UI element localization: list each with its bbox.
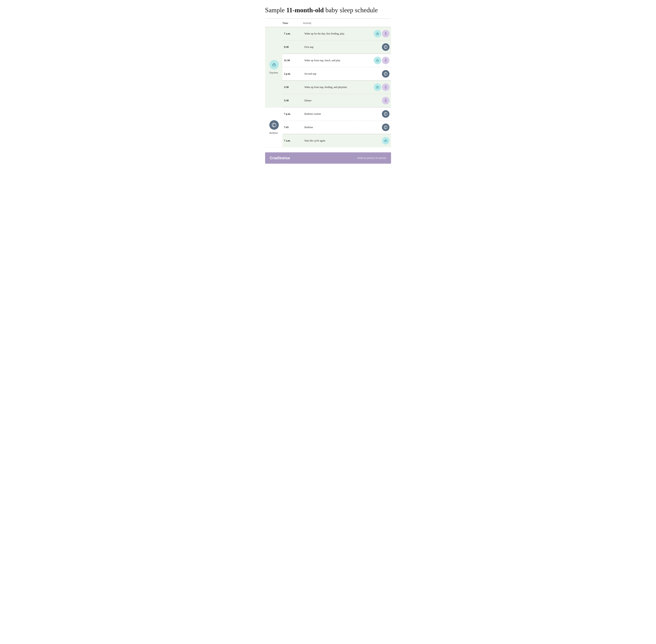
baby-icon	[374, 84, 381, 91]
table-row: 7 a.m.Start the cycle again	[265, 134, 391, 147]
table-row: 3:30Wake up from nap, feeding, and playt…	[265, 80, 391, 94]
moon-icon	[382, 43, 389, 51]
bottle-icon	[382, 97, 389, 104]
header-time: Time	[282, 19, 303, 27]
bedtime-label: Bedtime	[269, 132, 278, 134]
header-icons-col	[371, 19, 391, 27]
footer-bar: Cradlewise Made by parents, for parents	[265, 152, 391, 164]
schedule-table: Time Activity Daytime 7 a.m.Wake up for …	[265, 19, 391, 147]
table-row: Daytime 7 a.m.Wake up for the day, first…	[265, 27, 391, 40]
table-row: 11:30Wake up from nap, lunch, and play	[265, 54, 391, 67]
baby-icon	[374, 30, 381, 38]
moon-icon	[382, 110, 389, 118]
time-cell: 7 p.m.	[282, 107, 303, 120]
time-cell: 2 p.m.	[282, 67, 303, 80]
activity-cell: Second nap	[303, 67, 371, 80]
activity-cell: Bedtime	[303, 120, 371, 134]
time-cell: 7:45	[282, 120, 303, 134]
time-cell: 7 a.m.	[282, 134, 303, 147]
moon-icon	[382, 123, 389, 131]
time-cell: 3:30	[282, 80, 303, 94]
icons-cell	[371, 40, 391, 54]
bottle-icon	[382, 30, 389, 38]
svg-point-22	[386, 74, 387, 74]
bottle-icon	[382, 57, 389, 64]
table-row: 9:30First nap	[265, 40, 391, 54]
activity-cell: Wake up for the day, first feeding, play	[303, 27, 371, 40]
daytime-icon	[269, 60, 279, 69]
daytime-section-cell: Daytime	[265, 27, 282, 107]
svg-point-42	[386, 127, 387, 128]
moon-icon	[382, 70, 389, 77]
svg-point-35	[275, 124, 275, 124]
icons-cell	[371, 120, 391, 134]
bottle-icon	[382, 84, 389, 91]
header-activity: Activity	[303, 19, 371, 27]
baby-icon	[382, 137, 389, 144]
activity-cell: Bedtime routine	[303, 107, 371, 120]
icons-cell	[371, 107, 391, 120]
svg-point-41	[386, 127, 386, 127]
icons-cell	[371, 94, 391, 107]
bedtime-section-cell: Bedtime	[265, 107, 282, 147]
table-row: 2 p.m.Second nap	[265, 67, 391, 80]
svg-point-36	[275, 125, 275, 125]
table-row: 5:30Dinner	[265, 94, 391, 107]
svg-point-12	[386, 47, 387, 47]
icons-cell	[371, 134, 391, 147]
svg-point-11	[386, 46, 386, 47]
time-cell: 7 a.m.	[282, 27, 303, 40]
activity-cell: Wake up from nap, feeding, and playtime	[303, 80, 371, 94]
table-row: Bedtime 7 p.m.Bedtime routine	[265, 107, 391, 120]
daytime-label: Daytime	[269, 71, 278, 74]
baby-icon	[374, 57, 381, 64]
activity-cell: First nap	[303, 40, 371, 54]
activity-cell: Start the cycle again	[303, 134, 371, 147]
activity-cell: Dinner	[303, 94, 371, 107]
table-row: 7:45Bedtime	[265, 120, 391, 134]
table-header: Time Activity	[265, 19, 391, 27]
time-cell: 11:30	[282, 54, 303, 67]
svg-point-39	[386, 114, 387, 114]
activity-cell: Wake up from nap, lunch, and play	[303, 54, 371, 67]
footer-brand: Cradlewise	[270, 156, 290, 160]
bedtime-icon	[269, 120, 279, 130]
icons-cell	[371, 54, 391, 67]
icons-cell	[371, 27, 391, 40]
time-cell: 5:30	[282, 94, 303, 107]
header-section-col	[265, 19, 282, 27]
icons-cell	[371, 80, 391, 94]
footer-tagline: Made by parents, for parents	[357, 157, 386, 159]
svg-point-21	[386, 73, 386, 73]
page-title: Sample 11-month-old baby sleep schedule	[265, 6, 391, 14]
time-cell: 9:30	[282, 40, 303, 54]
icons-cell	[371, 67, 391, 80]
